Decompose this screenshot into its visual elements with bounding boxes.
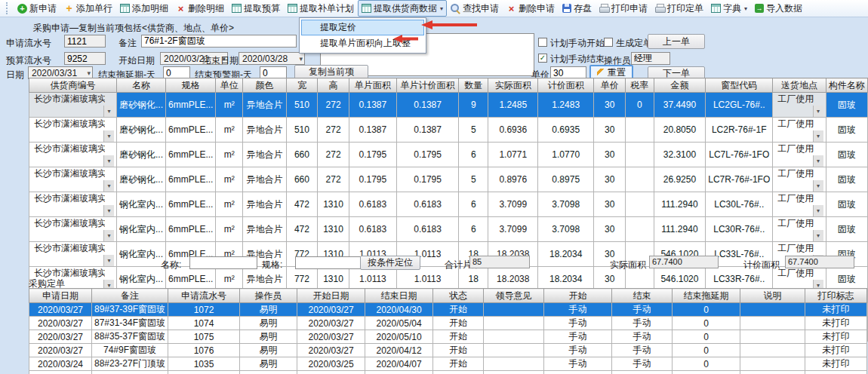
cell[interactable]: 74#9F窗固玻: [92, 344, 168, 357]
cell[interactable]: 0: [673, 317, 740, 330]
column-header[interactable]: 实际面积: [488, 78, 538, 93]
cell[interactable]: m²: [216, 118, 243, 143]
cell[interactable]: 30: [594, 217, 626, 242]
cell[interactable]: 2020/05/04: [365, 317, 433, 330]
add-row-button[interactable]: 添加单行: [60, 0, 116, 17]
column-header[interactable]: 高: [318, 78, 349, 93]
table-row[interactable]: 2020/03/2789#37-39F窗固玻1072易明2020/03/2720…: [29, 303, 867, 317]
cell[interactable]: 1075: [168, 330, 240, 344]
column-header[interactable]: 送货地点: [773, 78, 826, 93]
cell[interactable]: 0.1387: [349, 118, 396, 143]
add-detail-button[interactable]: 添加明细: [116, 0, 172, 17]
cell[interactable]: 111.2940: [654, 217, 706, 242]
cell[interactable]: 2020/04/07: [365, 357, 433, 371]
cell[interactable]: 异地合片: [243, 167, 286, 192]
cell[interactable]: 6: [459, 143, 488, 167]
cell[interactable]: [484, 357, 544, 371]
cell[interactable]: [626, 217, 654, 242]
table-row[interactable]: 2020/03/2488#23-27F门顶玻1035易明2020/03/2520…: [29, 357, 867, 371]
column-header[interactable]: 供货商编号: [29, 78, 117, 93]
cell[interactable]: 开始: [433, 330, 484, 344]
cell[interactable]: 2020/03/27: [297, 330, 365, 344]
cell[interactable]: [433, 371, 484, 374]
cell[interactable]: 磨砂钢化...: [117, 93, 166, 118]
table-row[interactable]: 长沙市潇湘玻璃实...▾磨砂钢化...6mmPLE...m²异地合片660272…: [29, 167, 868, 192]
column-header[interactable]: 单位: [216, 78, 243, 93]
cell[interactable]: 长沙市潇湘玻璃实...▾: [29, 143, 117, 167]
cell[interactable]: [805, 371, 867, 374]
new-request-button[interactable]: 新申请: [14, 0, 60, 17]
column-header[interactable]: 备注: [92, 289, 168, 303]
cell[interactable]: 1310: [318, 217, 349, 242]
cell[interactable]: [740, 357, 805, 371]
print-order-button[interactable]: 打印定单: [651, 0, 707, 17]
cell[interactable]: 开始: [433, 303, 484, 317]
cell[interactable]: 长沙市潇湘玻璃实...▾: [29, 217, 117, 242]
extract-supplier-data-button[interactable]: 提取供货商数据▾: [358, 0, 447, 17]
cell[interactable]: 3.7098: [538, 192, 594, 217]
cell[interactable]: 1310: [318, 192, 349, 217]
cell[interactable]: [740, 371, 805, 374]
column-header[interactable]: 申请流水号: [168, 289, 240, 303]
table-row[interactable]: 长沙市潇湘玻璃实...▾钢化室内...6mmPLE...m²异地合片472131…: [29, 192, 868, 217]
column-header[interactable]: 金额: [654, 78, 706, 93]
cell[interactable]: 30: [594, 192, 626, 217]
cell[interactable]: 易明: [240, 330, 297, 344]
table-row[interactable]: 长沙市潇湘玻璃实...▾磨砂钢化...6mmPLE...m²异地合片660272…: [29, 143, 868, 167]
cell[interactable]: 异地合片: [243, 93, 286, 118]
cell[interactable]: 0.6183: [349, 217, 396, 242]
cell[interactable]: [626, 192, 654, 217]
column-header[interactable]: 说明: [740, 289, 805, 303]
cell[interactable]: 2020/04/12: [365, 344, 433, 357]
cell[interactable]: LC2R-76#-1F: [706, 118, 773, 143]
column-header[interactable]: 单片计价面积: [396, 78, 458, 93]
cell[interactable]: 88#23-27F门顶玻: [92, 357, 168, 371]
cell[interactable]: 6mmPLE...: [166, 192, 216, 217]
filter-name-input[interactable]: [189, 256, 257, 269]
end-date-combo[interactable]: 2020/03/28 ▾: [239, 52, 305, 65]
cell[interactable]: 5: [459, 167, 488, 192]
cell[interactable]: 0.6936: [488, 118, 538, 143]
cell[interactable]: 手动: [544, 357, 612, 371]
delete-detail-button[interactable]: 删除明细: [172, 0, 228, 17]
generate-order-checkbox[interactable]: [604, 38, 613, 47]
cell[interactable]: 1076: [168, 344, 240, 357]
table-row[interactable]: 2020/03/2787#31-34F窗固玻1074易明2020/03/2720…: [29, 317, 867, 330]
chevron-down-icon[interactable]: ▾: [744, 5, 747, 12]
cell[interactable]: 3.7099: [488, 217, 538, 242]
chevron-down-icon[interactable]: ▾: [87, 69, 91, 77]
cell[interactable]: 工厂使用▾: [773, 192, 826, 217]
cell[interactable]: [168, 371, 240, 374]
cell[interactable]: 6mmPLE...: [166, 93, 216, 118]
cell[interactable]: 26.9250: [654, 167, 706, 192]
print-request-button[interactable]: 打印申请: [596, 0, 651, 17]
cell[interactable]: [297, 371, 365, 374]
cell[interactable]: 工厂使用▾: [773, 143, 826, 167]
column-header[interactable]: 单片面积: [349, 78, 396, 93]
cell[interactable]: [29, 371, 92, 374]
previous-order-button[interactable]: 上一单: [648, 34, 705, 49]
cell[interactable]: 2020/03/25: [297, 357, 365, 371]
cell[interactable]: 1035: [168, 357, 240, 371]
cell[interactable]: m²: [216, 93, 243, 118]
cell[interactable]: [740, 344, 805, 357]
cell[interactable]: 6: [459, 192, 488, 217]
cell[interactable]: 37.4490: [654, 93, 706, 118]
cell[interactable]: 0.1795: [349, 167, 396, 192]
cell[interactable]: m²: [216, 192, 243, 217]
cell[interactable]: 0: [673, 357, 740, 371]
cell[interactable]: [740, 330, 805, 344]
cell[interactable]: 易明: [240, 303, 297, 317]
cell[interactable]: 0: [673, 344, 740, 357]
serial-input[interactable]: [64, 35, 106, 48]
cell[interactable]: 0: [673, 330, 740, 344]
column-header[interactable]: 名称: [117, 78, 166, 93]
cell[interactable]: 手动: [544, 317, 612, 330]
column-header[interactable]: 开始日期: [297, 289, 365, 303]
cell[interactable]: 272: [318, 118, 349, 143]
cell[interactable]: [612, 371, 673, 374]
dictionary-button[interactable]: 字典▾: [707, 0, 751, 17]
cell[interactable]: LC7R-76#-1FO: [706, 167, 773, 192]
cell[interactable]: 1072: [168, 303, 240, 317]
cell[interactable]: [484, 303, 544, 317]
